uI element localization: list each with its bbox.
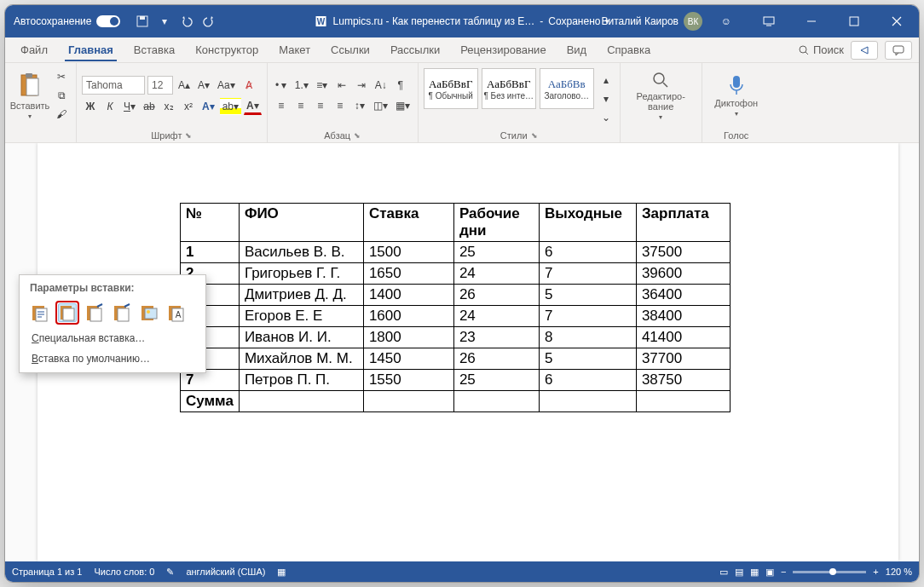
- tab-insert[interactable]: Вставка: [125, 40, 183, 60]
- paste-use-destination-icon[interactable]: [55, 301, 79, 325]
- tab-mail[interactable]: Рассылки: [382, 40, 448, 60]
- font-size-combo[interactable]: 12: [147, 76, 173, 95]
- svg-rect-19: [90, 308, 101, 321]
- zoom-slider[interactable]: [793, 571, 866, 573]
- font-color-icon[interactable]: A▾: [244, 98, 262, 115]
- spellcheck-icon[interactable]: ✎: [166, 567, 174, 578]
- user-name[interactable]: Виталий Каиров: [601, 15, 679, 27]
- grow-font-icon[interactable]: A▴: [176, 77, 193, 94]
- maximize-button[interactable]: [835, 5, 873, 37]
- face-icon[interactable]: ☺: [707, 5, 745, 37]
- close-button[interactable]: [878, 5, 915, 37]
- paste-text-only-icon[interactable]: A: [165, 301, 188, 325]
- word-icon: W: [315, 14, 328, 28]
- paste-options-menu: Параметры вставки: A ССпециальная вставк…: [19, 274, 206, 373]
- styles-down-icon[interactable]: ▾: [598, 90, 615, 107]
- minimize-button[interactable]: [793, 5, 830, 37]
- paste-link-icon[interactable]: [83, 301, 107, 325]
- share-button[interactable]: [851, 41, 878, 60]
- dictate-button[interactable]: Диктофон ▾: [717, 65, 756, 126]
- bullets-icon[interactable]: • ▾: [273, 77, 290, 94]
- paste-link-dest-icon[interactable]: [110, 301, 134, 325]
- search-icon: [798, 44, 810, 56]
- style-heading[interactable]: АаБбВв Заголово…: [540, 68, 594, 109]
- underline-button[interactable]: Ч▾: [121, 98, 138, 115]
- qat-dropdown-icon[interactable]: ▾: [158, 14, 171, 28]
- styles-more-icon[interactable]: ⌄: [598, 109, 615, 126]
- tab-view[interactable]: Вид: [558, 40, 596, 60]
- show-marks-icon[interactable]: ¶: [392, 77, 409, 94]
- style-normal[interactable]: АаБбВвГ ¶ Обычный: [424, 68, 478, 109]
- tab-review[interactable]: Рецензирование: [452, 40, 554, 60]
- read-mode-icon[interactable]: ▤: [735, 567, 743, 578]
- data-table[interactable]: № ФИО Ставка Рабочие дни Выходные Зарпла…: [180, 203, 731, 412]
- zoom-in-button[interactable]: +: [873, 567, 878, 577]
- tab-layout[interactable]: Макет: [270, 40, 319, 60]
- special-paste-item[interactable]: ССпециальная вставка…пециальная вставка…: [20, 328, 205, 348]
- text-effects-icon[interactable]: A▾: [199, 98, 217, 115]
- table-row: 6Михайлов М. М.145026537700: [181, 348, 731, 370]
- borders-icon[interactable]: ▦▾: [393, 97, 413, 114]
- outdent-icon[interactable]: ⇤: [333, 77, 350, 94]
- avatar[interactable]: ВК: [684, 12, 702, 31]
- tab-help[interactable]: Справка: [598, 40, 659, 60]
- justify-icon[interactable]: ≡: [332, 97, 349, 114]
- print-layout-icon[interactable]: ▦: [750, 567, 759, 578]
- share-icon: [858, 44, 870, 56]
- change-case-icon[interactable]: Aa▾: [215, 77, 238, 94]
- copy-icon[interactable]: ⧉: [53, 87, 70, 104]
- clear-format-icon[interactable]: A̷: [240, 77, 257, 94]
- italic-button[interactable]: К: [101, 98, 118, 115]
- tab-file[interactable]: Файл: [12, 40, 56, 60]
- zoom-level[interactable]: 120 %: [886, 567, 912, 577]
- align-center-icon[interactable]: ≡: [292, 97, 309, 114]
- word-count[interactable]: Число слов: 0: [94, 567, 154, 577]
- sort-icon[interactable]: A↓: [372, 77, 390, 94]
- page-status[interactable]: Страница 1 из 1: [12, 567, 82, 577]
- shading-icon[interactable]: ◫▾: [371, 97, 390, 114]
- web-layout-icon[interactable]: ▣: [765, 567, 774, 578]
- paste-keep-source-icon[interactable]: [28, 301, 52, 325]
- language-status[interactable]: английский (США): [186, 567, 265, 577]
- save-icon[interactable]: [136, 14, 149, 28]
- undo-icon[interactable]: [180, 14, 193, 28]
- bold-button[interactable]: Ж: [82, 98, 99, 115]
- multilevel-icon[interactable]: ≡▾: [314, 77, 331, 94]
- line-spacing-icon[interactable]: ↕▾: [351, 97, 368, 114]
- cut-icon[interactable]: ✂: [53, 68, 70, 85]
- zoom-out-button[interactable]: −: [781, 567, 786, 577]
- strike-button[interactable]: ab: [141, 98, 158, 115]
- paste-picture-icon[interactable]: [137, 301, 161, 325]
- editing-button[interactable]: Редактиро­вание ▾: [641, 65, 680, 126]
- redo-icon[interactable]: [202, 14, 216, 28]
- svg-point-12: [654, 73, 664, 83]
- highlight-icon[interactable]: ab▾: [220, 98, 241, 115]
- table-sum-row: Сумма: [181, 391, 731, 412]
- font-name-combo[interactable]: Tahoma: [82, 76, 145, 95]
- macro-icon[interactable]: ▦: [277, 567, 286, 578]
- autosave-label: Автосохранение: [14, 15, 91, 27]
- paste-button[interactable]: Вставить ▾: [10, 65, 49, 126]
- indent-icon[interactable]: ⇥: [353, 77, 370, 94]
- numbering-icon[interactable]: 1.▾: [292, 77, 311, 94]
- search-box[interactable]: Поиск: [798, 43, 844, 56]
- tab-design[interactable]: Конструктор: [187, 40, 267, 60]
- ribbon-options-icon[interactable]: [750, 5, 788, 37]
- superscript-button[interactable]: x²: [180, 98, 197, 115]
- autosave-toggle[interactable]: Автосохранение: [5, 15, 129, 27]
- default-paste-item[interactable]: Вставка по умолчанию…: [20, 348, 205, 369]
- paste-menu-header: Параметры вставки:: [20, 279, 205, 297]
- align-right-icon[interactable]: ≡: [312, 97, 329, 114]
- table-row: 1Васильев В. В.150025637500: [181, 242, 731, 263]
- tab-refs[interactable]: Ссылки: [322, 40, 378, 60]
- styles-up-icon[interactable]: ▴: [598, 72, 615, 89]
- style-no-spacing[interactable]: АаБбВвГ ¶ Без инте…: [482, 68, 536, 109]
- comments-button[interactable]: [885, 41, 912, 60]
- tab-home[interactable]: Главная: [60, 40, 122, 60]
- shrink-font-icon[interactable]: A▾: [195, 77, 212, 94]
- ribbon-tabs: Файл Главная Вставка Конструктор Макет С…: [5, 37, 919, 63]
- subscript-button[interactable]: x₂: [160, 98, 177, 115]
- focus-mode-icon[interactable]: ▭: [719, 567, 728, 578]
- format-painter-icon[interactable]: 🖌: [53, 106, 70, 123]
- align-left-icon[interactable]: ≡: [273, 97, 290, 114]
